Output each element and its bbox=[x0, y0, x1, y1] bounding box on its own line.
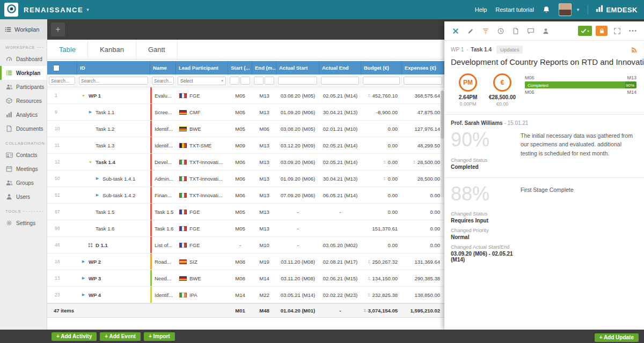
comments-chat-icon[interactable] bbox=[525, 25, 537, 37]
table-row[interactable]: 98Task 1.6Task 1.6FGEM05M13-151,370.610.… bbox=[47, 220, 444, 237]
breadcrumb-wp[interactable]: WP 1 bbox=[451, 47, 464, 53]
table-row[interactable]: 9▶Task 1.1Scree...CMFM05M1301.09.20 (M06… bbox=[47, 104, 444, 121]
expand-icon[interactable]: ▶ bbox=[80, 293, 86, 297]
progress-block: M06 M13 Completed 90% M06 M14 bbox=[519, 73, 638, 107]
table-row[interactable]: 67Task 1.5Task 1.5FGEM05M13--0.000.00 bbox=[47, 204, 444, 220]
breadcrumb-task[interactable]: Task 1.4 bbox=[471, 47, 492, 53]
table-row[interactable]: 50▶Sub-task 1.4.1Admin...TXT-Innovati...… bbox=[47, 170, 444, 187]
tab-gantt[interactable]: Gantt bbox=[136, 40, 178, 59]
add-tab-button[interactable]: + bbox=[51, 23, 65, 36]
sidebar-item-workplan[interactable]: Workplan bbox=[0, 66, 47, 80]
project-name[interactable]: RENAISSANCE bbox=[24, 6, 83, 14]
sort-filter-icon[interactable] bbox=[480, 25, 492, 37]
cell-actual-start: 01.09.20 (M06) bbox=[276, 104, 319, 120]
update-body: 90%Changed StatusCompletedThe initial ne… bbox=[451, 129, 638, 170]
sidebar-item-label: Groups bbox=[16, 180, 34, 186]
rss-icon[interactable] bbox=[631, 47, 638, 53]
end-max-filter[interactable] bbox=[265, 77, 274, 85]
header-expenses[interactable]: Expenses (€) bbox=[402, 61, 444, 74]
sidebar-item-documents[interactable]: Documents bbox=[0, 122, 47, 136]
sidebar-item-participants[interactable]: Participants bbox=[0, 80, 47, 94]
edit-pencil-icon[interactable] bbox=[465, 25, 477, 37]
collapse-icon[interactable]: ▼ bbox=[80, 94, 86, 98]
start-min-filter[interactable] bbox=[230, 77, 239, 85]
workplan-window-tab[interactable]: Workplan bbox=[0, 19, 47, 40]
collapse-icon[interactable]: ▼ bbox=[87, 160, 93, 164]
table-row[interactable]: 18▶WP 2Road...SIZM08M1903.11.20 (M08)02.… bbox=[47, 253, 444, 270]
header-start[interactable]: Start (... bbox=[228, 61, 252, 74]
documents-file-icon[interactable] bbox=[510, 25, 522, 37]
select-all-checkbox[interactable] bbox=[53, 65, 60, 71]
start-max-filter[interactable] bbox=[240, 77, 250, 85]
header-name[interactable]: Name bbox=[150, 61, 176, 74]
add-event-button[interactable]: + Add Event bbox=[100, 332, 141, 341]
actual-end-filter[interactable] bbox=[321, 77, 359, 85]
user-menu[interactable]: ▾ bbox=[559, 3, 580, 16]
expand-icon[interactable]: ▶ bbox=[87, 110, 93, 114]
history-clock-icon[interactable] bbox=[495, 25, 507, 37]
sidebar-section-heading: TOOLS bbox=[0, 204, 47, 216]
project-caret-icon[interactable]: ▾ bbox=[86, 7, 89, 12]
sidebar-item-meetings[interactable]: Meetings bbox=[0, 162, 47, 176]
table-row[interactable]: 51▶Sub-task 1.4.2Finan...TXT-Innovati...… bbox=[47, 187, 444, 204]
header-actual-start[interactable]: Actual Start bbox=[276, 61, 319, 74]
budget-filter[interactable] bbox=[363, 77, 400, 85]
header-budget[interactable]: Budget (€) bbox=[361, 61, 402, 74]
expand-panel-icon[interactable] bbox=[611, 25, 623, 37]
header-end[interactable]: End (m... bbox=[252, 61, 276, 74]
table-row[interactable]: 13▶WP 3Need...BWEM08M1403.11.20 (M08)02.… bbox=[47, 270, 444, 287]
tab-table[interactable]: Table bbox=[47, 40, 88, 59]
budget-value: 134,150.00 bbox=[372, 275, 398, 281]
table-row[interactable]: 11Task 1.3Identif...TXT-SMEM09M1303.12.2… bbox=[47, 137, 444, 154]
sidebar-item-groups[interactable]: Groups bbox=[0, 176, 47, 190]
table-scrollbar[interactable] bbox=[441, 91, 444, 198]
sidebar-item-settings[interactable]: Settings bbox=[0, 216, 47, 230]
expand-icon[interactable]: ▶ bbox=[94, 176, 100, 181]
task-id-label: D 1.1 bbox=[96, 242, 108, 248]
participant-filter-select[interactable]: Select ▾ bbox=[178, 77, 226, 85]
table-row[interactable]: 1▼WP 1Evalu...FGEM05M1303.08.20 (M05)02.… bbox=[47, 87, 444, 104]
id-search-input[interactable] bbox=[79, 77, 148, 85]
table-row[interactable]: 46D 1.1List of...FGE-M10-03.05.20 (M02)0… bbox=[47, 237, 444, 253]
avatar[interactable] bbox=[559, 3, 572, 16]
expand-icon[interactable]: ▶ bbox=[94, 193, 100, 197]
help-link[interactable]: Help bbox=[475, 6, 487, 13]
sidebar-item-analytics[interactable]: Analytics bbox=[0, 108, 47, 122]
search-input[interactable] bbox=[49, 77, 75, 85]
table-row[interactable]: 12▼Task 1.4Devel...TXT-Innovati...M06M13… bbox=[47, 154, 444, 170]
sum-icon: Σ bbox=[384, 176, 386, 181]
sidebar-item-dashboard[interactable]: Dashboard bbox=[0, 52, 47, 66]
expenses-filter[interactable] bbox=[404, 77, 442, 85]
notifications-bell-icon[interactable] bbox=[543, 6, 550, 13]
expand-icon[interactable]: ▶ bbox=[80, 259, 86, 264]
cell-id: ▶WP 2 bbox=[77, 253, 150, 270]
country-flag-icon bbox=[179, 143, 187, 148]
table-row[interactable]: 10Task 1.2Identif...BWEM05M0603.08.20 (M… bbox=[47, 121, 444, 137]
close-panel-icon[interactable] bbox=[450, 25, 462, 37]
restart-tutorial-link[interactable]: Restart tutorial bbox=[495, 6, 534, 13]
row-number: 50 bbox=[47, 170, 77, 187]
expand-icon[interactable]: ▶ bbox=[80, 276, 86, 280]
tab-kanban[interactable]: Kanban bbox=[88, 40, 136, 59]
app-logo[interactable] bbox=[4, 3, 18, 17]
import-button[interactable]: + Import bbox=[144, 332, 175, 341]
header-actual-end[interactable]: Actual End bbox=[319, 61, 361, 74]
actual-start-filter[interactable] bbox=[278, 77, 317, 85]
table-row[interactable]: 23▶WP 4Identif...IPAM14M2203.05.21 (M14)… bbox=[47, 287, 444, 303]
assignee-person-icon[interactable] bbox=[540, 25, 552, 37]
sidebar-item-resources[interactable]: Resources bbox=[0, 94, 47, 108]
add-activity-button[interactable]: + Add Activity bbox=[52, 332, 97, 341]
deliverable-grid-icon[interactable] bbox=[87, 243, 93, 248]
updates-tab-badge[interactable]: Updates bbox=[496, 46, 523, 54]
header-id[interactable]: ID bbox=[77, 61, 150, 74]
sidebar-item-contacts[interactable]: Contacts bbox=[0, 148, 47, 162]
more-options-icon[interactable] bbox=[627, 25, 639, 37]
expenses-value: 28,500.00 bbox=[418, 159, 440, 165]
sidebar-item-users[interactable]: Users bbox=[0, 190, 47, 204]
lock-button[interactable] bbox=[596, 26, 608, 36]
complete-check-button[interactable]: ▾ bbox=[578, 26, 592, 36]
add-update-button[interactable]: + Add Update bbox=[595, 333, 639, 342]
header-lead-participant[interactable]: Lead Participant bbox=[176, 61, 228, 74]
end-min-filter[interactable] bbox=[254, 77, 264, 85]
name-search-input[interactable] bbox=[152, 77, 174, 85]
